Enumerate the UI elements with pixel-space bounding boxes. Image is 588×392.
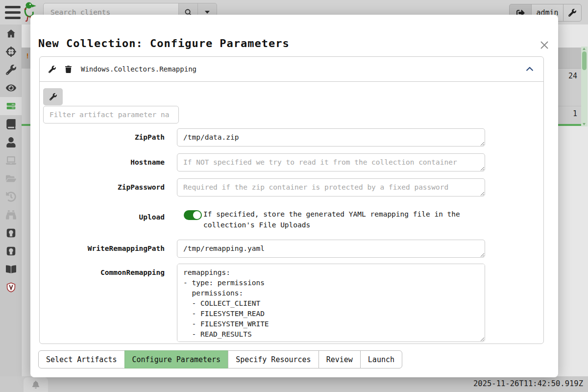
remove-artifact-trash-icon[interactable]: [65, 66, 72, 73]
writeremappingpath-input[interactable]: /tmp/remapping.yaml: [177, 240, 485, 258]
eye-icon: [6, 83, 16, 93]
parameters-tab-button[interactable]: [43, 88, 63, 105]
github-icon: [6, 246, 16, 256]
zippath-input[interactable]: /tmp/data.zip: [177, 128, 485, 147]
field-label: ZipPath: [43, 128, 165, 141]
laptop-icon: [6, 155, 16, 166]
notifications-button[interactable]: [24, 377, 48, 392]
history-icon: [6, 192, 16, 202]
close-button[interactable]: [539, 39, 550, 51]
crosshairs-icon: [6, 47, 16, 57]
field-label: ZipPassword: [43, 178, 165, 191]
scroll-down-arrow[interactable]: [583, 123, 586, 125]
background-scrollbar[interactable]: [581, 47, 588, 126]
sidebar-item-users[interactable]: [0, 133, 22, 151]
filter-parameters-input[interactable]: [43, 106, 179, 123]
sidebar-item-hunts[interactable]: [0, 43, 22, 61]
wizard-step-bar: Select Artifacts Configure Parameters Sp…: [38, 350, 402, 368]
wrench-icon: [568, 9, 576, 17]
configure-wrench-icon[interactable]: [49, 66, 56, 73]
sidebar-item-hunt-client[interactable]: [0, 206, 22, 224]
commonremapping-textarea[interactable]: remappings: - type: permissions permissi…: [177, 264, 485, 342]
collapse-panel-button[interactable]: [525, 64, 535, 74]
warning-icon: !: [25, 52, 29, 60]
sidebar: [0, 24, 22, 376]
wizard-step-launch[interactable]: Launch: [360, 350, 402, 368]
background-table-left-edge: !: [22, 48, 30, 376]
sidebar-item-server-collections[interactable]: [0, 97, 22, 115]
new-collection-modal: New Collection: Configure Parameters Win…: [30, 15, 558, 377]
book-open-icon: [6, 264, 16, 274]
server-timestamp: 2025-11-26T11:42:50.919Z: [473, 379, 583, 388]
field-label: Hostname: [43, 153, 165, 166]
close-icon: [539, 39, 550, 51]
velociraptor-app: admin ! 24 1: [0, 0, 588, 392]
wrench-icon: [6, 65, 16, 75]
sidebar-item-server-events[interactable]: [0, 79, 22, 97]
field-label: CommonRemapping: [43, 264, 165, 276]
home-icon: [6, 28, 16, 39]
shield-v-icon: [6, 282, 16, 293]
folder-open-icon: [6, 173, 16, 184]
server-stack-icon: [6, 101, 16, 111]
status-footer: 2025-11-26T11:42:50.919Z: [0, 376, 588, 392]
github-icon: [6, 228, 16, 238]
wizard-step-review[interactable]: Review: [318, 350, 361, 368]
notebook-icon: [6, 119, 16, 129]
sidebar-item-documentation[interactable]: [0, 260, 22, 278]
settings-button[interactable]: [563, 4, 582, 22]
field-label: Upload: [43, 208, 165, 221]
artifact-name: Windows.Collectors.Remapping: [81, 65, 196, 73]
sidebar-item-notebooks[interactable]: [0, 115, 22, 133]
bell-icon: [32, 381, 40, 389]
upload-toggle[interactable]: [184, 210, 202, 220]
hamburger-menu-icon[interactable]: [5, 6, 21, 19]
sidebar-item-collected-artifacts[interactable]: [0, 188, 22, 206]
wizard-step-specify-resources[interactable]: Specify Resources: [228, 350, 319, 368]
chevron-down-icon: [205, 11, 210, 14]
toggle-knob: [193, 211, 201, 219]
user-icon: [6, 137, 16, 147]
scrollbar-thumb[interactable]: [582, 51, 587, 70]
field-label: WriteRemappingPath: [43, 240, 165, 252]
modal-title: New Collection: Configure Parameters: [38, 37, 290, 49]
upload-description: If specified, store the generated YAML r…: [203, 208, 468, 230]
wizard-step-select-artifacts[interactable]: Select Artifacts: [38, 350, 125, 368]
scroll-up-arrow[interactable]: [583, 48, 586, 50]
sidebar-item-home[interactable]: [0, 24, 22, 43]
chevron-up-icon: [525, 64, 535, 74]
sidebar-item-vfs[interactable]: [0, 170, 22, 188]
wizard-step-configure-parameters[interactable]: Configure Parameters: [124, 350, 229, 368]
artifact-panel-header[interactable]: Windows.Collectors.Remapping: [40, 57, 543, 82]
hostname-input[interactable]: [177, 153, 485, 172]
binoculars-icon: [6, 210, 16, 220]
sidebar-item-velociraptor-shield[interactable]: [0, 278, 22, 296]
sidebar-item-view-artifacts[interactable]: [0, 61, 22, 79]
zippassword-input[interactable]: [177, 178, 485, 196]
sidebar-item-github-issues[interactable]: [0, 242, 22, 260]
sidebar-item-host-info[interactable]: [0, 151, 22, 170]
sidebar-item-github-source[interactable]: [0, 224, 22, 242]
wrench-icon: [49, 93, 57, 100]
